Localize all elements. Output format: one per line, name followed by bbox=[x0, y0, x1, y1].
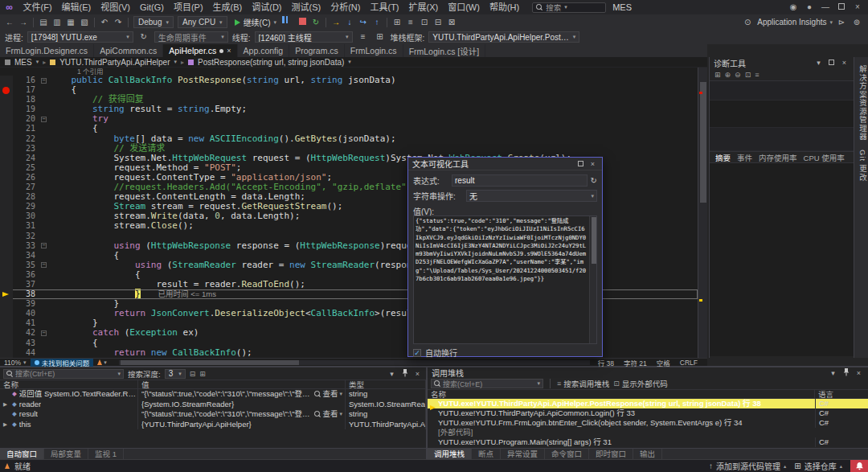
back-icon[interactable]: ← bbox=[3, 16, 16, 29]
step-into-icon[interactable]: ↓ bbox=[343, 16, 356, 29]
maximize-dialog-icon[interactable] bbox=[575, 160, 586, 168]
column-header-type[interactable]: 类型 bbox=[346, 380, 426, 388]
select-tool-icon[interactable]: ⊞ bbox=[714, 71, 721, 79]
stack-frame-dropdown[interactable]: YUTU.ThirdPartyApi.ApiHelper.PostRe▾ bbox=[428, 31, 579, 43]
fold-collapse-icon[interactable]: − bbox=[41, 78, 47, 84]
breadcrumb-member[interactable]: PostResponse(string url, string jsonData… bbox=[198, 58, 344, 67]
menu-item[interactable]: 项目(P) bbox=[169, 0, 208, 14]
settings-icon[interactable]: ≡ bbox=[755, 71, 759, 79]
toolbar-icon-3[interactable]: ⊡ bbox=[418, 16, 431, 29]
toolbar-icon-4[interactable]: ⊟ bbox=[432, 16, 444, 29]
notifications-button[interactable] bbox=[850, 460, 868, 472]
menu-item[interactable]: 编辑(E) bbox=[57, 0, 96, 14]
menu-item[interactable]: 视图(V) bbox=[96, 0, 135, 14]
value-textarea[interactable]: {"status":true,"code":"310","message":"登… bbox=[413, 215, 597, 344]
call-stack-tab[interactable]: 调用堆栈 bbox=[428, 449, 472, 459]
doc-tab[interactable]: ApiHelper.cs× bbox=[163, 44, 237, 57]
debug-config-dropdown[interactable]: Debug▾ bbox=[133, 16, 174, 28]
search-depth-dropdown[interactable]: 3▾ bbox=[165, 369, 186, 379]
menu-item[interactable]: Git(G) bbox=[135, 0, 169, 14]
account-icon[interactable]: ● bbox=[802, 0, 817, 14]
fold-margin[interactable] bbox=[39, 232, 50, 241]
fold-margin[interactable]: − bbox=[39, 261, 50, 270]
search-input[interactable]: 搜索 ▾ bbox=[532, 2, 606, 13]
fold-margin[interactable] bbox=[39, 309, 50, 318]
code-line[interactable]: 16− public CallBackInfo PostResponse(str… bbox=[0, 76, 698, 85]
dialog-titlebar[interactable]: 文本可视化工具 × bbox=[408, 158, 602, 170]
eol-indicator[interactable]: CRLF bbox=[680, 359, 698, 367]
zoom-control[interactable]: 110%▾ bbox=[0, 359, 31, 367]
glyph-margin[interactable] bbox=[0, 232, 13, 241]
window-menu-icon[interactable]: ▾ bbox=[387, 370, 397, 378]
fold-margin[interactable] bbox=[39, 339, 50, 348]
restart-icon[interactable]: ↻ bbox=[309, 16, 322, 29]
app-insights-button[interactable]: ⊙ Application Insights ▾ bbox=[741, 16, 833, 29]
breadcrumb-type[interactable]: YUTU.ThirdPartyApi.ApiHelper bbox=[59, 58, 170, 67]
scrollbar-thumb[interactable] bbox=[700, 82, 706, 203]
call-stack-tab[interactable]: 命令窗口 bbox=[545, 449, 589, 459]
editor-horizontal-scrollbar[interactable] bbox=[119, 360, 590, 365]
pin-icon[interactable] bbox=[841, 368, 851, 378]
autos-toolbar-icon[interactable]: ⊞ bbox=[199, 370, 206, 378]
call-stack-tab[interactable]: 即时窗口 bbox=[589, 449, 633, 459]
line-indicator[interactable]: 行 38 bbox=[598, 358, 614, 367]
background-tasks-icon[interactable] bbox=[5, 463, 10, 469]
diagnostics-tab[interactable]: 内存使用率 bbox=[759, 152, 797, 163]
search-call-stack-button[interactable]: ≡ 搜索调用堆栈 bbox=[557, 378, 609, 389]
menu-item[interactable]: 生成(B) bbox=[208, 0, 248, 14]
reset-view-icon[interactable]: ⊡ bbox=[745, 71, 751, 79]
call-stack-tab[interactable]: 异常设置 bbox=[501, 449, 545, 459]
redo-icon[interactable]: ↷ bbox=[112, 16, 125, 29]
fold-collapse-icon[interactable]: − bbox=[41, 117, 47, 122]
fold-margin[interactable] bbox=[39, 299, 50, 309]
glyph-margin[interactable] bbox=[0, 124, 13, 133]
fold-margin[interactable] bbox=[39, 289, 50, 299]
fold-margin[interactable] bbox=[39, 348, 50, 358]
fold-margin[interactable] bbox=[39, 280, 50, 289]
glyph-margin[interactable] bbox=[0, 289, 13, 299]
maximize-panel-icon[interactable] bbox=[826, 59, 837, 67]
glyph-margin[interactable] bbox=[0, 339, 13, 348]
select-repository-button[interactable]: ⊞ 选择仓库 ▴ bbox=[794, 460, 842, 472]
fold-margin[interactable] bbox=[39, 270, 50, 280]
view-value-button[interactable]: 查看▾ bbox=[312, 409, 345, 420]
glyph-margin[interactable] bbox=[0, 173, 13, 183]
close-tab-icon[interactable]: × bbox=[227, 47, 231, 55]
autos-search-input[interactable]: 搜索(Ctrl+E) ▾ bbox=[3, 369, 124, 379]
doc-tab[interactable]: ApiCommon.cs bbox=[94, 44, 163, 57]
glyph-margin[interactable] bbox=[0, 280, 13, 289]
call-stack-frame[interactable]: YUTU.exe!YUTU.Program.Main(string[] args… bbox=[428, 437, 868, 447]
fold-margin[interactable] bbox=[39, 183, 50, 192]
lifecycle-events-dropdown[interactable]: 生命周期事件▾ bbox=[154, 31, 228, 43]
fold-margin[interactable] bbox=[39, 318, 50, 328]
fold-margin[interactable] bbox=[39, 163, 50, 173]
column-indicator[interactable]: 字符 21 bbox=[624, 358, 647, 367]
call-stack-frame[interactable]: YUTU.exe!YUTU.ThirdPartyApi.ApiCommon.Lo… bbox=[428, 408, 868, 418]
new-file-icon[interactable]: ▤ bbox=[37, 16, 50, 29]
autos-row[interactable]: ▶◆reader{System.IO.StreamReader}System.I… bbox=[0, 400, 426, 410]
call-stack-search-input[interactable]: 搜索(Ctrl+E) ▾ bbox=[431, 379, 543, 388]
column-header-value[interactable]: 值 bbox=[138, 380, 346, 388]
call-stack-tab[interactable]: 断点 bbox=[472, 449, 501, 459]
undo-icon[interactable]: ↶ bbox=[98, 16, 111, 29]
glyph-margin[interactable] bbox=[0, 95, 13, 105]
breadcrumb-project[interactable]: MES bbox=[14, 58, 32, 67]
show-next-statement-icon[interactable]: → bbox=[330, 16, 342, 29]
expand-arrow-icon[interactable]: ▶ bbox=[3, 420, 10, 430]
menu-item[interactable]: 窗口(W) bbox=[443, 0, 485, 14]
fold-margin[interactable] bbox=[39, 105, 50, 114]
column-header-language[interactable]: 语言 bbox=[815, 390, 868, 398]
menu-item[interactable]: 测试(S) bbox=[287, 0, 326, 14]
rail-tab[interactable]: Git 更改 bbox=[857, 150, 868, 182]
copilot-icon[interactable]: ◉ bbox=[786, 0, 800, 14]
call-stack-frame[interactable]: YUTU.exe!YUTU.ThirdPartyApi.ApiHelper.Po… bbox=[428, 399, 868, 408]
glyph-margin[interactable] bbox=[0, 251, 13, 261]
break-all-icon[interactable] bbox=[282, 16, 295, 29]
document-health-indicator[interactable]: 未找到相关问题 bbox=[31, 359, 94, 367]
text-visualizer-dialog[interactable]: 文本可视化工具 × 表达式: result ↻ 字符串操作: 无 ▾ 值(V):… bbox=[407, 157, 603, 357]
maximize-button[interactable] bbox=[834, 0, 849, 14]
stop-debug-icon[interactable] bbox=[296, 16, 309, 29]
glyph-margin[interactable] bbox=[0, 270, 13, 280]
autos-row[interactable]: ◆result"{\"status\":true,\"code\":\"310\… bbox=[0, 409, 426, 420]
glyph-margin[interactable] bbox=[0, 192, 13, 202]
